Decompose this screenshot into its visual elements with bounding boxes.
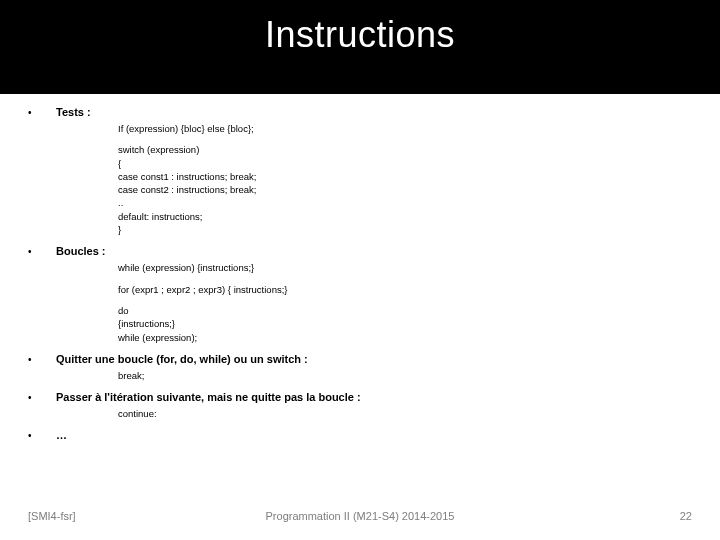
slide-content: • Tests : If (expression) {bloc} else {b… xyxy=(28,105,692,445)
slide-title: Instructions xyxy=(0,0,720,94)
code-line: case const2 : instructions; break; xyxy=(118,183,692,196)
code-line: {instructions;} xyxy=(118,317,692,330)
section-quitter: • Quitter une boucle (for, do, while) ou… xyxy=(28,352,692,365)
section-more: • … xyxy=(28,428,692,441)
section-label: Quitter une boucle (for, do, while) ou u… xyxy=(56,352,308,365)
section-boucles: • Boucles : xyxy=(28,244,692,257)
footer-center: Programmation II (M21-S4) 2014-2015 xyxy=(28,510,692,522)
code-line: default: instructions; xyxy=(118,210,692,223)
bullet-icon: • xyxy=(28,390,56,403)
bullet-icon: • xyxy=(28,105,56,118)
code-dowhile: do {instructions;} while (expression); xyxy=(118,304,692,344)
code-if: If (expression) {bloc} else {bloc}; xyxy=(118,122,692,135)
code-break: break; xyxy=(118,369,692,382)
code-line: switch (expression) xyxy=(118,143,692,156)
section-tests: • Tests : xyxy=(28,105,692,118)
section-label: Tests : xyxy=(56,105,91,118)
section-label: … xyxy=(56,428,67,441)
bullet-icon: • xyxy=(28,352,56,365)
section-label: Passer à l'itération suivante, mais ne q… xyxy=(56,390,361,403)
code-line: { xyxy=(118,157,692,170)
code-line: do xyxy=(118,304,692,317)
code-line: case const1 : instructions; break; xyxy=(118,170,692,183)
bullet-icon: • xyxy=(28,428,56,441)
code-continue: continue: xyxy=(118,407,692,420)
footer-left: [SMI4-fsr] xyxy=(28,510,76,522)
code-switch: switch (expression) { case const1 : inst… xyxy=(118,143,692,236)
code-line: while (expression); xyxy=(118,331,692,344)
code-line: .. xyxy=(118,196,692,209)
section-passer: • Passer à l'itération suivante, mais ne… xyxy=(28,390,692,403)
bullet-icon: • xyxy=(28,244,56,257)
code-line: } xyxy=(118,223,692,236)
footer: [SMI4-fsr] Programmation II (M21-S4) 201… xyxy=(28,510,692,522)
footer-page-number: 22 xyxy=(680,510,692,522)
code-for: for (expr1 ; expr2 ; expr3) { instructio… xyxy=(118,283,692,296)
code-while: while (expression) {instructions;} xyxy=(118,261,692,274)
section-label: Boucles : xyxy=(56,244,106,257)
